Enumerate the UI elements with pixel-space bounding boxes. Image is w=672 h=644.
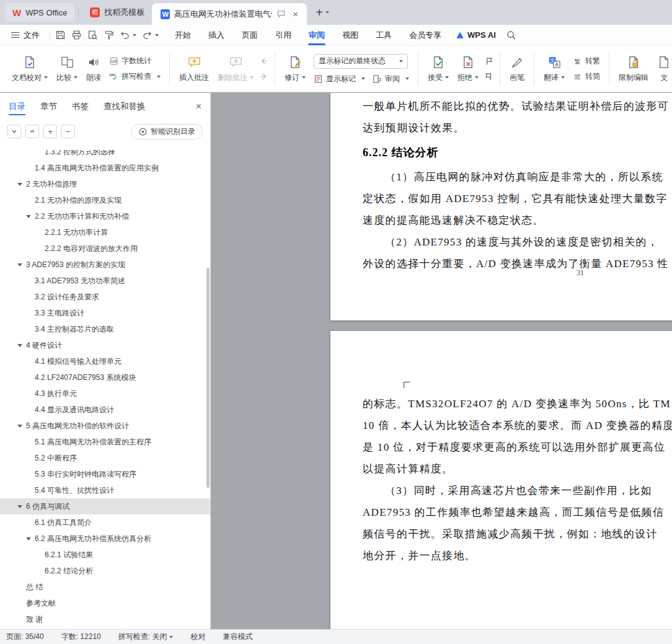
toc-item[interactable]: 3.3 主电路设计 [0, 305, 210, 321]
read-aloud-button[interactable]: 朗读 [82, 49, 105, 89]
to-traditional-button[interactable]: 繁 转繁 [573, 56, 600, 66]
toc-item[interactable]: 4.2 LF2407ADE7953 系统模块 [0, 369, 210, 386]
comment-bubble-icon[interactable] [276, 9, 286, 19]
toc-item[interactable]: 2 无功补偿原理 [0, 176, 210, 192]
accept-button[interactable]: 接受 [423, 49, 453, 89]
expand-icon[interactable] [17, 505, 22, 508]
insert-comment-button[interactable]: 插入批注 [175, 49, 213, 89]
zoom-in-button[interactable]: + [43, 125, 57, 138]
toc-item[interactable]: 5.4 可靠性、抗扰性设计 [0, 482, 210, 498]
next-comment-icon[interactable] [259, 72, 268, 81]
new-tab-button[interactable]: + [316, 6, 323, 19]
toc-item[interactable]: 2.2.1 无功功率计算 [0, 224, 210, 240]
print-icon[interactable] [71, 30, 82, 40]
toc-item[interactable]: 2.1 无功补偿的原理及实现 [0, 192, 210, 208]
file-menu-button[interactable]: 文件 [6, 30, 45, 41]
menu-tab[interactable]: 开始 [166, 25, 200, 45]
reject-button[interactable]: 拒绝 [453, 49, 483, 89]
toc-item[interactable]: 1.3.2 控制方式的选择 [0, 150, 210, 160]
sidebar-tab[interactable]: 章节 [40, 93, 57, 120]
translate-button[interactable]: 文A 翻译 [539, 49, 569, 89]
collapse-all-button[interactable] [25, 125, 39, 138]
track-changes-button[interactable]: 修订 [280, 49, 310, 89]
to-simplified-button[interactable]: 简 转简 [573, 71, 600, 82]
zoom-out-button[interactable]: − [61, 125, 75, 138]
toc-item[interactable]: 5 高压电网无功补偿的软件设计 [0, 418, 210, 434]
close-sidebar-icon[interactable]: × [196, 101, 201, 112]
previous-comment-icon[interactable] [259, 56, 268, 66]
markup-state-dropdown[interactable]: 显示标记的最终状态 [314, 54, 408, 69]
word-count-button[interactable]: 123 字数统计 [109, 56, 161, 66]
menu-tab[interactable]: 插入 [200, 25, 233, 45]
toc-item[interactable]: 4.1 模拟信号输入处理单元 [0, 353, 210, 369]
toc-item[interactable]: 3.2 设计任务及要求 [0, 289, 210, 305]
delete-comment-button[interactable]: 删除批注 [213, 49, 258, 89]
document-page-32[interactable]: 的标志。TMS32OLF24O7 的 A/D 变换速率为 50Ons，比 TM1… [330, 331, 672, 629]
doc-proofing-button[interactable]: 文档校对 [7, 49, 52, 89]
wps-ai-button[interactable]: WPS AI [455, 30, 496, 40]
toc-item[interactable]: 6.2.1 试验结果 [0, 547, 210, 563]
menu-tab[interactable]: 引用 [267, 25, 300, 45]
toc-item[interactable]: 3.4 主控制器芯片的选取 [0, 321, 210, 337]
toc-item[interactable]: 5.1 高压电网无功补偿装置的主程序 [0, 434, 210, 450]
toc-item[interactable]: 参考文献 [0, 595, 210, 611]
tab-current-document[interactable]: W 高压电网无功补偿装置电气设 × [152, 3, 307, 25]
expand-icon[interactable] [26, 537, 31, 540]
print-preview-icon[interactable] [87, 30, 98, 40]
toc-item[interactable]: 4.4 显示及通讯电路设计 [0, 402, 210, 418]
status-page-indicator[interactable]: 页面: 35/40 [6, 632, 44, 642]
tab-docer-templates[interactable]: 稻 找稻壳模板 [82, 3, 152, 22]
status-proofread[interactable]: 校对 [190, 632, 205, 642]
menu-tab[interactable]: 页面 [233, 25, 267, 45]
expand-icon[interactable] [17, 344, 22, 347]
next-change-icon[interactable] [484, 72, 493, 81]
toc-item[interactable]: 2.2.2 电容对谐波的放大作用 [0, 240, 210, 257]
previous-change-icon[interactable] [484, 56, 493, 66]
status-compat-mode[interactable]: 兼容模式 [223, 632, 252, 642]
smart-recognize-button[interactable]: 智能识别目录 [131, 124, 203, 139]
sidebar-tab[interactable]: 查找和替换 [104, 93, 146, 120]
close-tab-icon[interactable]: × [293, 9, 298, 19]
review-pane-button[interactable]: 审阅 [373, 74, 409, 84]
expand-icon[interactable] [26, 215, 31, 218]
pen-button[interactable]: 画笔 [505, 49, 529, 89]
clipped-ribbon-button[interactable]: 文 [653, 49, 672, 89]
status-word-count[interactable]: 字数: 12210 [61, 632, 101, 642]
spell-check-button[interactable]: ABC 拼写检查 [109, 71, 161, 82]
toc-item[interactable]: 3.1 ADE7953 无功功率简述 [0, 273, 210, 289]
toc-item[interactable]: 6.1 仿真工具简介 [0, 514, 210, 531]
toc-item[interactable]: 6.2 高压电网无功补偿系统仿真分析 [0, 531, 210, 547]
sidebar-tab[interactable]: 目录 [9, 93, 25, 120]
menu-tab[interactable]: 审阅 [300, 25, 334, 45]
search-icon[interactable] [506, 30, 516, 40]
expand-icon[interactable] [17, 425, 22, 428]
sidebar-tab[interactable]: 书签 [72, 93, 89, 120]
expand-icon[interactable] [17, 263, 22, 267]
toc-item[interactable]: 6 仿真与调试 [0, 498, 210, 514]
restrict-editing-button[interactable]: 限制编辑 [614, 49, 653, 89]
format-painter-icon[interactable] [104, 30, 114, 40]
expand-icon[interactable] [17, 183, 22, 186]
document-canvas[interactable]: 一般单片机所不能比拟的优势。试验结果证明补偿后的波形可达到预期设计效果。6.2.… [211, 93, 672, 629]
compare-button[interactable]: 比较 [52, 49, 82, 89]
menu-tab[interactable]: 工具 [367, 25, 400, 45]
expand-all-button[interactable] [7, 125, 21, 138]
show-markup-button[interactable]: 显示标记 [314, 74, 365, 84]
tab-list-chevron-icon[interactable] [325, 11, 329, 14]
toc-item[interactable]: 4 硬件设计 [0, 337, 210, 353]
sidebar-scrollbar[interactable] [206, 268, 210, 488]
save-icon[interactable] [55, 30, 66, 40]
toc-item[interactable]: 5.2 中断程序 [0, 450, 210, 466]
toc-item[interactable]: 4.3 执行单元 [0, 386, 210, 402]
menu-tab[interactable]: 视图 [334, 25, 367, 45]
toc-item[interactable]: 5.3 串行实时时钟电路读写程序 [0, 466, 210, 482]
document-page-31[interactable]: 一般单片机所不能比拟的优势。试验结果证明补偿后的波形可达到预期设计效果。6.2.… [330, 93, 672, 320]
toc-item[interactable]: 1.4 高压电网无功补偿装置的应用实例 [0, 160, 210, 176]
redo-button[interactable] [142, 30, 159, 40]
toc-item[interactable]: 6.2.2 结论分析 [0, 563, 210, 579]
status-spell-check[interactable]: 拼写检查: 关闭 [118, 632, 174, 642]
toc-item[interactable]: 总 结 [0, 579, 210, 595]
toc-item[interactable]: 2.2 无功功率计算和无功补偿 [0, 208, 210, 224]
toc-item[interactable]: 致 谢 [0, 611, 210, 627]
toc-item[interactable]: 3 ADE7953 的控制方案的实现 [0, 257, 210, 273]
